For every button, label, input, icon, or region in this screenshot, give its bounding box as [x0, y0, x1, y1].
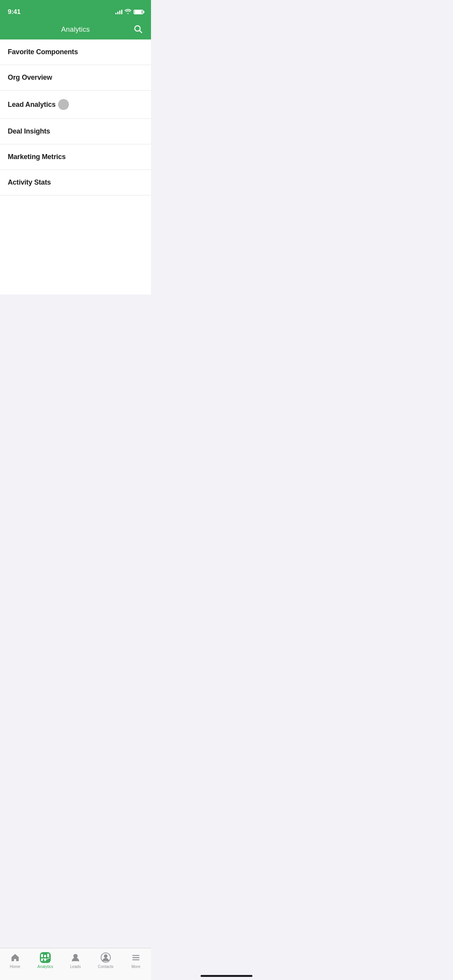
signal-icon	[115, 10, 122, 14]
list-item-label: Favorite Components	[8, 48, 78, 56]
list-item-label: Org Overview	[8, 74, 52, 82]
list-item-lead-analytics[interactable]: Lead Analytics	[0, 91, 151, 119]
list-item-activity-stats[interactable]: Activity Stats	[0, 170, 151, 195]
page-title: Analytics	[61, 26, 90, 34]
nav-bar: Analytics	[0, 19, 151, 39]
list-item-deal-insights[interactable]: Deal Insights	[0, 119, 151, 144]
status-time: 9:41	[8, 8, 21, 16]
main-content: Favorite Components Org Overview Lead An…	[0, 39, 151, 295]
battery-icon	[134, 10, 143, 14]
status-bar: 9:41	[0, 0, 151, 19]
wifi-icon	[125, 9, 131, 15]
press-indicator	[58, 99, 69, 110]
search-icon	[133, 24, 142, 34]
empty-area	[0, 195, 151, 295]
list-item-org-overview[interactable]: Org Overview	[0, 65, 151, 91]
list-item-label: Deal Insights	[8, 127, 50, 135]
list-item-label: Activity Stats	[8, 178, 51, 187]
list-item-label: Marketing Metrics	[8, 153, 66, 161]
svg-line-1	[140, 31, 142, 33]
list-item-favorite-components[interactable]: Favorite Components	[0, 39, 151, 65]
list-item-marketing-metrics[interactable]: Marketing Metrics	[0, 144, 151, 170]
list-item-label: Lead Analytics	[8, 101, 56, 109]
search-button[interactable]	[131, 22, 145, 37]
status-icons	[115, 9, 143, 15]
